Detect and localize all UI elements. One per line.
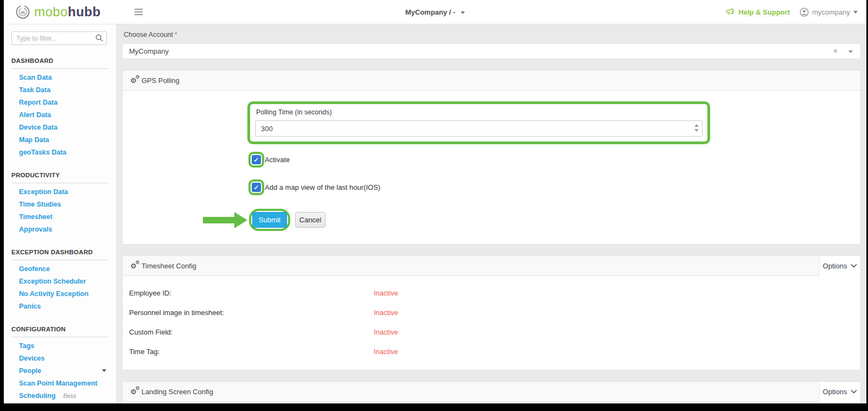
sidebar-item-task-data[interactable]: Task Data — [19, 84, 108, 96]
polling-time-input[interactable] — [255, 120, 703, 137]
status-badge: Inactive — [374, 328, 398, 336]
map-view-label: Add a map view of the last hour(IOS) — [265, 183, 380, 191]
chevron-down-icon — [853, 11, 858, 14]
map-view-checkbox[interactable]: ✓ — [252, 183, 261, 192]
landing-screen-config-header: ⚙⚙ Landing Screen Config Options — [123, 382, 860, 402]
sidebar-section-dashboard: DASHBOARD — [11, 57, 108, 69]
topbar: m mobohubb MyCompany / - Help & Support — [4, 0, 866, 24]
help-support-link[interactable]: Help & Support — [726, 8, 790, 16]
polling-time-label: Polling Time (in seconds) — [256, 108, 703, 116]
submit-button[interactable]: Submit — [252, 212, 287, 228]
caret-down-icon — [102, 369, 106, 372]
gears-icon: ⚙⚙ — [130, 262, 137, 269]
submit-button-highlight: Submit — [249, 209, 290, 231]
chevron-down-icon — [851, 389, 857, 394]
spinner-up-icon — [694, 124, 699, 127]
timesheet-config-header: ⚙⚙ Timesheet Config Options — [123, 256, 860, 276]
config-row-personnel-image: Personnel image in timesheet: Inactive — [129, 303, 853, 322]
sidebar: DASHBOARD Scan Data Task Data Report Dat… — [4, 24, 117, 403]
map-view-checkbox-highlight: ✓ — [248, 179, 264, 195]
cancel-button[interactable]: Cancel — [295, 212, 326, 228]
config-row-employee-id: Employee ID: Inactive — [129, 283, 853, 303]
landing-options-button[interactable]: Options — [819, 382, 860, 402]
annotation-arrow — [203, 212, 247, 228]
sidebar-item-scheduling[interactable]: Scheduling Beta — [19, 389, 108, 402]
username-label: mycompany — [812, 8, 850, 16]
gears-icon: ⚙⚙ — [130, 77, 137, 84]
user-avatar-icon — [800, 8, 809, 17]
activate-checkbox-highlight: ✓ — [248, 152, 264, 168]
sidebar-item-tags[interactable]: Tags — [19, 339, 108, 352]
sidebar-item-device-data[interactable]: Device Data — [19, 121, 108, 133]
clear-icon[interactable]: × — [833, 47, 838, 55]
chevron-down-icon — [851, 264, 857, 268]
config-row-custom-field: Custom Field: Inactive — [129, 322, 853, 342]
sidebar-item-report-data[interactable]: Report Data — [19, 96, 108, 108]
help-support-label: Help & Support — [738, 8, 790, 16]
main-content: Choose Account* MyCompany × ⚙⚙ GPS Polli… — [117, 24, 866, 403]
account-select-value: MyCompany — [129, 47, 169, 55]
select-caret-icon[interactable] — [848, 50, 853, 53]
landing-screen-config-panel: ⚙⚙ Landing Screen Config Options Default… — [122, 381, 861, 403]
megaphone-icon — [726, 8, 735, 16]
number-spinner[interactable] — [694, 124, 699, 132]
search-icon — [95, 34, 103, 42]
sidebar-item-timesheet[interactable]: Timesheet — [19, 210, 108, 223]
choose-account-label: Choose Account* — [124, 31, 861, 38]
spinner-down-icon — [694, 129, 699, 132]
sidebar-item-time-studies[interactable]: Time Studies — [19, 198, 108, 210]
polling-time-highlight: Polling Time (in seconds) — [247, 101, 710, 144]
sidebar-item-geofence[interactable]: Geofence — [19, 262, 108, 275]
beta-badge: Beta — [63, 393, 76, 399]
sidebar-item-panics[interactable]: Panics — [19, 300, 108, 312]
sidebar-section-exception-dashboard: EXCEPTION DASHBOARD — [11, 249, 108, 260]
sidebar-section-configuration: CONFIGURATION — [11, 326, 108, 337]
activate-label: Activate — [265, 156, 290, 164]
gps-polling-title: GPS Polling — [142, 76, 180, 85]
status-badge: Inactive — [374, 289, 398, 297]
app-window: m mobohubb MyCompany / - Help & Support — [4, 0, 866, 403]
gears-icon: ⚙⚙ — [130, 388, 137, 395]
status-badge: Inactive — [374, 309, 398, 317]
sidebar-item-approvals[interactable]: Approvals — [19, 223, 108, 235]
user-menu[interactable]: mycompany — [800, 8, 858, 17]
account-switcher-label: MyCompany / - — [405, 8, 455, 16]
sidebar-item-geotasks-data[interactable]: geoTasks Data — [19, 146, 108, 158]
sidebar-item-tasks[interactable]: Tasks — [19, 402, 108, 403]
sidebar-section-productivity: PRODUCTIVITY — [11, 172, 108, 183]
status-badge: Inactive — [374, 348, 398, 356]
sidebar-item-no-activity-exception[interactable]: No Activity Exception — [19, 287, 108, 300]
sidebar-item-alert-data[interactable]: Alert Data — [19, 108, 108, 121]
required-asterisk: * — [175, 31, 177, 38]
sidebar-item-people[interactable]: People — [19, 364, 108, 377]
landing-screen-config-title: Landing Screen Config — [142, 388, 213, 396]
sidebar-item-map-data[interactable]: Map Data — [19, 133, 108, 146]
sidebar-filter-input[interactable] — [11, 31, 107, 45]
sidebar-item-exception-data[interactable]: Exception Data — [19, 185, 108, 198]
config-row-time-tag: Time Tag: Inactive — [129, 342, 853, 361]
activate-checkbox[interactable]: ✓ — [252, 155, 261, 164]
account-select[interactable]: MyCompany × — [122, 43, 861, 59]
sidebar-item-scan-data[interactable]: Scan Data — [19, 71, 108, 84]
sidebar-item-exception-scheduler[interactable]: Exception Scheduler — [19, 275, 108, 287]
sidebar-item-devices[interactable]: Devices — [19, 352, 108, 364]
timesheet-config-panel: ⚙⚙ Timesheet Config Options Employee ID:… — [122, 255, 861, 370]
sidebar-item-scan-point-management[interactable]: Scan Point Management — [19, 377, 108, 389]
gps-polling-panel: ⚙⚙ GPS Polling Polling Time (in seconds) — [122, 70, 861, 245]
timesheet-config-title: Timesheet Config — [142, 262, 196, 270]
gps-polling-header: ⚙⚙ GPS Polling — [123, 70, 860, 91]
chevron-down-icon — [461, 11, 465, 14]
timesheet-options-button[interactable]: Options — [819, 256, 860, 276]
